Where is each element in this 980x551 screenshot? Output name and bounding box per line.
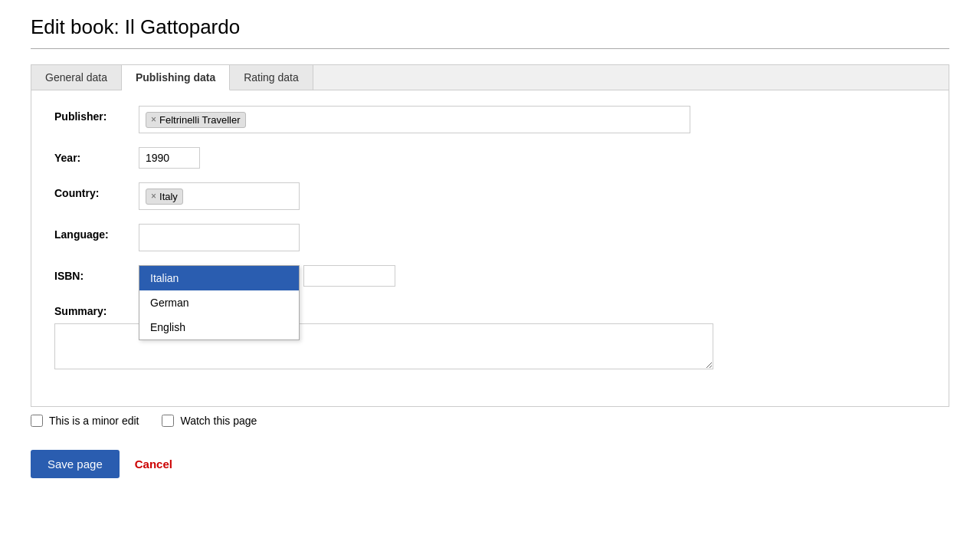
isbn-row: ISBN: Italian German English — [54, 265, 926, 287]
tabs-header: General data Publishing data Rating data — [31, 65, 949, 90]
language-tag-input[interactable] — [139, 224, 300, 251]
publisher-tag-input[interactable]: × Feltrinelli Traveller — [139, 106, 690, 133]
publisher-row: Publisher: × Feltrinelli Traveller — [54, 106, 926, 133]
publisher-label: Publisher: — [54, 106, 139, 123]
publisher-tag-remove[interactable]: × — [151, 114, 156, 125]
country-tag: × Italy — [146, 189, 183, 205]
summary-label: Summary: — [54, 300, 139, 317]
year-input[interactable] — [139, 147, 200, 169]
country-tag-input[interactable]: × Italy — [139, 182, 300, 210]
cancel-link[interactable]: Cancel — [135, 458, 172, 471]
isbn-field: Italian German English — [139, 265, 926, 287]
country-tag-text: Italy — [159, 191, 178, 202]
page-title: Edit book: Il Gattopardo — [31, 15, 949, 39]
language-row: Language: — [54, 224, 926, 251]
year-row: Year: — [54, 147, 926, 169]
publisher-tag-text: Feltrinelli Traveller — [159, 114, 240, 126]
country-tag-remove[interactable]: × — [151, 191, 156, 202]
dropdown-item-german[interactable]: German — [139, 290, 299, 315]
publisher-tag: × Feltrinelli Traveller — [146, 112, 246, 128]
actions-row: Save page Cancel — [31, 450, 949, 478]
watch-page-checkbox[interactable] — [162, 415, 174, 427]
country-label: Country: — [54, 182, 139, 199]
edit-tabs-container: General data Publishing data Rating data… — [31, 64, 949, 407]
tab-publishing[interactable]: Publishing data — [122, 65, 230, 90]
publisher-field: × Feltrinelli Traveller — [139, 106, 926, 133]
save-button[interactable]: Save page — [31, 450, 120, 478]
language-dropdown: Italian German English — [139, 265, 300, 340]
country-field: × Italy — [139, 182, 926, 210]
isbn-input[interactable] — [303, 265, 395, 287]
title-divider — [31, 48, 949, 49]
watch-page-checkbox-label[interactable]: Watch this page — [162, 415, 257, 427]
tab-content-publishing: Publisher: × Feltrinelli Traveller Year:… — [31, 90, 949, 406]
checkboxes-row: This is a minor edit Watch this page — [31, 415, 949, 427]
year-field — [139, 147, 926, 169]
language-dropdown-wrapper: Italian German English — [139, 265, 926, 287]
minor-edit-checkbox-label[interactable]: This is a minor edit — [31, 415, 139, 427]
tab-rating[interactable]: Rating data — [230, 65, 313, 90]
tab-general[interactable]: General data — [31, 65, 122, 90]
year-label: Year: — [54, 147, 139, 164]
watch-page-label: Watch this page — [180, 415, 257, 427]
dropdown-item-english[interactable]: English — [139, 315, 299, 339]
isbn-label: ISBN: — [54, 265, 139, 282]
dropdown-item-italian[interactable]: Italian — [139, 266, 299, 290]
country-row: Country: × Italy — [54, 182, 926, 210]
language-field — [139, 224, 926, 251]
minor-edit-label: This is a minor edit — [49, 415, 139, 427]
language-label: Language: — [54, 224, 139, 241]
minor-edit-checkbox[interactable] — [31, 415, 43, 427]
